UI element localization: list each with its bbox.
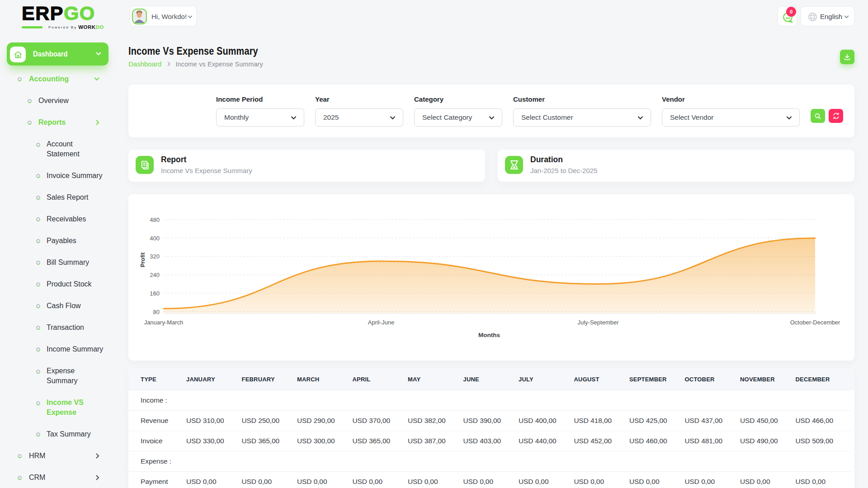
- svg-text:480: 480: [150, 216, 160, 223]
- svg-text:80: 80: [153, 309, 160, 315]
- svg-text:320: 320: [150, 253, 160, 260]
- svg-text:April-June: April-June: [368, 319, 395, 326]
- svg-text:January-March: January-March: [144, 319, 184, 326]
- svg-text:240: 240: [150, 272, 160, 278]
- svg-text:160: 160: [150, 290, 160, 297]
- svg-text:Months: Months: [478, 332, 500, 338]
- svg-text:October-December: October-December: [790, 319, 840, 326]
- svg-text:400: 400: [150, 235, 160, 242]
- svg-text:July-September: July-September: [577, 319, 619, 326]
- svg-text:Profit: Profit: [140, 252, 146, 267]
